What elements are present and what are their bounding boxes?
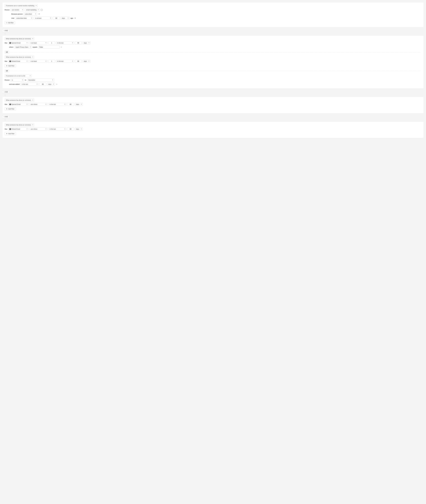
sub1-where-value-input[interactable] bbox=[38, 46, 60, 48]
sub1-where-row: where Apple Privacy Open equals ✕ bbox=[9, 46, 421, 48]
and-filter-close[interactable]: ✕ bbox=[74, 17, 76, 19]
sub1-time-unit-select[interactable]: days bbox=[83, 41, 90, 44]
and-connector-2[interactable]: + AND bbox=[2, 90, 9, 93]
block4-condition-select[interactable]: zero times bbox=[29, 128, 47, 131]
block4-time-value-input[interactable] bbox=[67, 128, 74, 131]
add-filter-label-1: Add filter bbox=[8, 22, 14, 24]
block4-event-select[interactable]: Clicked Email bbox=[8, 128, 28, 131]
sub-block-clicked-email: What someone has done (or not done) Has … bbox=[5, 55, 421, 67]
sub3-person-label: Person bbox=[5, 79, 10, 81]
block3-filter-icon: ▼ bbox=[6, 108, 7, 110]
block4-time-cond-select[interactable]: in the last bbox=[48, 128, 66, 131]
block3-has-label: Has bbox=[5, 104, 7, 105]
sub3-was-added-value-input[interactable] bbox=[39, 83, 46, 86]
because-person-select[interactable]: subscribed bbox=[23, 13, 37, 15]
add-filter-button-1[interactable]: ▽ Add filter bbox=[5, 21, 15, 24]
and-label: And bbox=[11, 17, 14, 19]
block3-time-unit-select[interactable]: days bbox=[75, 103, 83, 106]
block4-type-select[interactable]: What someone has done (or not done) bbox=[5, 123, 34, 126]
block4-add-filter-label: Add Filter bbox=[8, 133, 14, 134]
condition-block-opened-zero: What someone has done (or not done) Has … bbox=[2, 97, 424, 113]
marketing-type-select[interactable]: If someone can or cannot receive marketi… bbox=[5, 4, 38, 7]
block3-condition-select[interactable]: zero times bbox=[29, 103, 47, 106]
sub3-was-added-unit-select[interactable]: days bbox=[47, 83, 55, 86]
sub2-add-filter-label: Add Filter bbox=[8, 65, 14, 67]
and-connector-1[interactable]: + AND bbox=[2, 29, 9, 32]
sub3-was-added-label: and was added bbox=[9, 83, 20, 85]
sub1-event-select[interactable]: Opened Email bbox=[8, 41, 28, 44]
add-filter-button-block3[interactable]: ▼ Add Filter bbox=[5, 107, 16, 110]
sub2-event-label: Clicked Email bbox=[11, 60, 20, 62]
sub1-count-input[interactable] bbox=[48, 41, 55, 44]
block4-filter-icon: ▼ bbox=[6, 133, 7, 134]
because-person-label: Because person bbox=[11, 13, 23, 15]
block3-time-value-input[interactable] bbox=[67, 103, 74, 106]
sub2-type-select[interactable]: What someone has done (or not done) bbox=[5, 55, 34, 59]
block3-type-select[interactable]: What someone has done (or not done) bbox=[5, 99, 34, 102]
or-line-1 bbox=[10, 52, 420, 52]
and-connector-3[interactable]: + AND bbox=[2, 115, 9, 118]
sub3-person-is-select[interactable]: is bbox=[10, 78, 24, 82]
sub3-in-label: in bbox=[25, 79, 26, 81]
marketing-channel-select[interactable]: email marketing bbox=[25, 8, 40, 11]
sub1-event-label: Opened Email bbox=[11, 42, 21, 44]
condition-block-marketing: If someone can or cannot receive marketi… bbox=[2, 2, 424, 27]
sub2-time-unit-select[interactable]: days bbox=[83, 60, 90, 63]
or-separator-1: OR bbox=[5, 50, 421, 55]
block4-time-unit-select[interactable]: days bbox=[75, 128, 83, 131]
or-connector-2[interactable]: OR bbox=[5, 70, 9, 72]
sub1-has-label: Has bbox=[5, 42, 7, 44]
sub1-where-label: where bbox=[9, 46, 13, 48]
sub2-time-cond-select[interactable]: in the last bbox=[56, 60, 74, 63]
sub2-count-input[interactable] bbox=[48, 60, 55, 63]
block4-event-label: Clicked Email bbox=[11, 128, 20, 130]
or-separator-2: OR bbox=[5, 69, 421, 73]
condition-block-activity-group: What someone has done (or not done) Has … bbox=[2, 35, 424, 89]
sub1-event-icon bbox=[9, 42, 11, 44]
block3-event-icon bbox=[9, 104, 11, 105]
add-filter-button-sub2[interactable]: ▼ Add Filter bbox=[5, 64, 16, 67]
filter-icon: ▽ bbox=[6, 22, 7, 24]
sub2-filter-icon: ▼ bbox=[6, 65, 7, 67]
sub2-condition-select[interactable]: is at least bbox=[29, 60, 47, 63]
block3-event-label: Opened Email bbox=[11, 104, 21, 105]
sub3-was-added-row: and was added in the last days ✕ bbox=[9, 83, 421, 86]
sub1-equals-label: equals bbox=[33, 46, 37, 48]
sub1-where-close[interactable]: ✕ bbox=[60, 46, 62, 48]
and-filter-value-input[interactable] bbox=[53, 17, 60, 20]
condition-block-clicked-zero: What someone has done (or not done) Has … bbox=[2, 121, 424, 138]
and-filter-condition-select[interactable]: is at least bbox=[34, 17, 52, 20]
block3-add-filter-label: Add Filter bbox=[8, 108, 14, 110]
person-label: Person bbox=[5, 9, 10, 11]
and-filter-unit-select[interactable]: days bbox=[61, 17, 70, 20]
sub3-was-added-cond-select[interactable]: in the last bbox=[21, 83, 38, 86]
sub1-time-cond-select[interactable]: in the last bbox=[56, 41, 74, 44]
sub2-has-label: Has bbox=[5, 60, 7, 62]
sub3-list-select[interactable]: Newsletter bbox=[27, 78, 54, 82]
sub2-event-select[interactable]: Clicked Email bbox=[8, 60, 28, 63]
sub1-condition-select[interactable]: is at least bbox=[29, 41, 47, 44]
or-connector-1[interactable]: OR bbox=[5, 51, 9, 54]
person-receive-select[interactable]: can receive bbox=[10, 8, 24, 11]
sub2-event-icon bbox=[9, 61, 11, 62]
sub-block-opened-email: What someone has done (or not done) Has … bbox=[5, 37, 421, 48]
sub-block-list: If someone is in or not in a list Person… bbox=[5, 74, 421, 86]
block3-time-cond-select[interactable]: in the last bbox=[48, 103, 66, 106]
and-filter-field-select[interactable]: subscribed date bbox=[15, 17, 33, 20]
sub1-type-select[interactable]: What someone has done (or not done) bbox=[5, 37, 34, 40]
sub1-time-value-input[interactable] bbox=[75, 41, 82, 44]
sub3-type-select[interactable]: If someone is in or not in a list bbox=[5, 74, 32, 77]
sub3-was-added-close[interactable]: ✕ bbox=[56, 83, 58, 85]
or-line-2 bbox=[10, 71, 420, 71]
block4-has-label: Has bbox=[5, 128, 7, 130]
info-icon[interactable]: i bbox=[41, 9, 43, 11]
block3-event-select[interactable]: Opened Email bbox=[8, 103, 28, 106]
sub1-where-field-select[interactable]: Apple Privacy Open bbox=[14, 46, 32, 48]
block4-event-icon bbox=[9, 128, 11, 130]
add-filter-button-block4[interactable]: ▼ Add Filter bbox=[5, 132, 16, 135]
ago-label: ago bbox=[71, 17, 73, 19]
sub2-time-value-input[interactable] bbox=[75, 60, 82, 63]
because-person-close[interactable]: ✕ bbox=[38, 13, 40, 15]
